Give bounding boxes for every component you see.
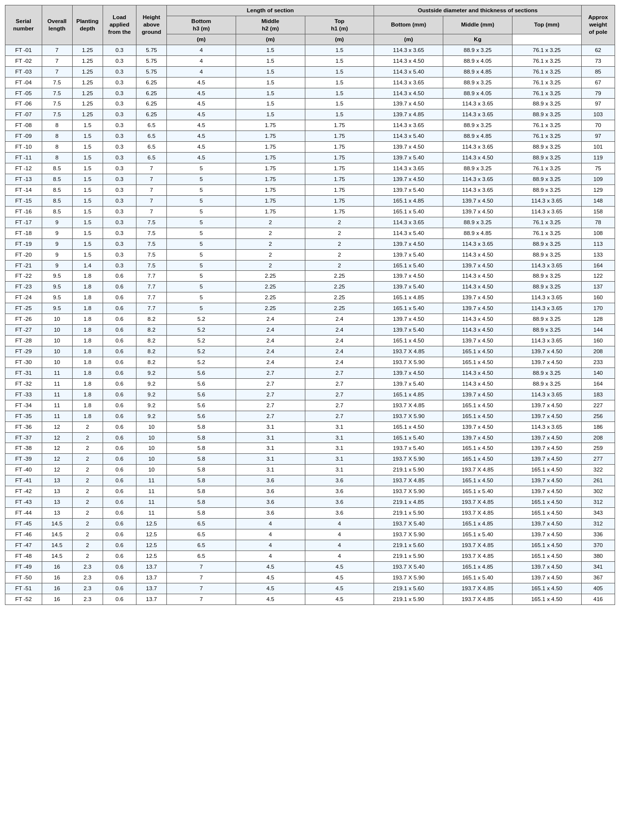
table-cell: 1.5: [72, 142, 103, 153]
table-cell: 2.7: [305, 378, 374, 389]
table-cell: 0.6: [103, 346, 136, 357]
table-cell: 13: [42, 475, 72, 486]
table-cell: 193.7 x 5.40: [374, 443, 443, 454]
table-row: FT -52162.30.613.774.54.5219.1 x 5.90193…: [5, 594, 615, 604]
table-cell: 336: [581, 529, 615, 540]
table-cell: 114.3 x 5.40: [374, 131, 443, 142]
table-cell: 193.7 X 4.85: [443, 540, 512, 551]
table-cell: 0.3: [103, 195, 136, 206]
table-row: FT -249.51.80.67.752.252.25165.1 x 4.851…: [5, 292, 615, 303]
table-cell: 2.7: [305, 389, 374, 400]
table-cell: 165.1 x 4.50: [443, 357, 512, 368]
table-cell: 8.2: [136, 357, 167, 368]
table-cell: 75: [581, 163, 615, 174]
table-cell: 6.5: [136, 153, 167, 163]
table-cell: 1.75: [236, 131, 305, 142]
table-cell: 2.4: [305, 346, 374, 357]
table-cell: 11: [136, 508, 167, 519]
table-cell: 343: [581, 508, 615, 519]
table-cell: 140: [581, 368, 615, 378]
table-cell: 139.7 x 4.50: [374, 314, 443, 325]
table-cell: 405: [581, 583, 615, 594]
table-cell: 193.7 X 5.40: [374, 561, 443, 572]
table-row: FT -401220.6105.83.13.1219.1 x 5.90193.7…: [5, 465, 615, 475]
table-cell: FT -03: [5, 66, 42, 77]
table-row: FT -4814.520.612.56.544219.1 x 5.90193.7…: [5, 551, 615, 561]
table-cell: 88.9 x 4.85: [443, 228, 512, 238]
table-cell: FT -10: [5, 142, 42, 153]
table-cell: 1.8: [72, 271, 103, 282]
table-cell: FT -35: [5, 411, 42, 421]
table-cell: 1.75: [305, 163, 374, 174]
table-cell: 88.9 x 3.25: [512, 314, 581, 325]
table-cell: 193.7 X 4.85: [443, 583, 512, 594]
table-cell: 2.4: [236, 314, 305, 325]
table-cell: 10: [136, 432, 167, 443]
table-row: FT -158.51.50.3751.751.75165.1 x 4.85139…: [5, 195, 615, 206]
table-cell: 1.5: [236, 66, 305, 77]
table-cell: 2: [72, 540, 103, 551]
table-cell: 9.2: [136, 368, 167, 378]
table-cell: 2.25: [236, 282, 305, 292]
table-cell: 1.75: [305, 195, 374, 206]
table-cell: 122: [581, 271, 615, 282]
table-cell: 114.3 x 3.65: [512, 292, 581, 303]
table-cell: 208: [581, 432, 615, 443]
table-cell: 4: [236, 540, 305, 551]
table-cell: 259: [581, 443, 615, 454]
table-cell: 165.1 x 4.50: [512, 540, 581, 551]
table-cell: 1.25: [72, 88, 103, 99]
table-cell: 160: [581, 292, 615, 303]
table-row: FT -047.51.250.36.254.51.51.5114.3 x 3.6…: [5, 77, 615, 88]
table-cell: 4.5: [305, 594, 374, 604]
table-cell: 137: [581, 282, 615, 292]
table-cell: 0.6: [103, 357, 136, 368]
table-row: FT -4514.520.612.56.544193.7 X 5.40165.1…: [5, 519, 615, 529]
table-cell: 9: [42, 228, 72, 238]
table-cell: 0.3: [103, 163, 136, 174]
table-cell: 5: [167, 217, 236, 228]
table-cell: 186: [581, 421, 615, 432]
table-cell: FT -36: [5, 421, 42, 432]
table-cell: 2.3: [72, 572, 103, 583]
table-cell: 4.5: [236, 583, 305, 594]
table-cell: 0.3: [103, 206, 136, 217]
table-cell: FT -04: [5, 77, 42, 88]
table-cell: 219.1 x 5.90: [374, 465, 443, 475]
table-cell: 88.9 x 4.05: [443, 55, 512, 66]
table-cell: 1.5: [72, 163, 103, 174]
table-cell: 9: [42, 238, 72, 249]
table-row: FT -1081.50.36.54.51.751.75139.7 x 4.501…: [5, 142, 615, 153]
table-cell: 4.5: [167, 88, 236, 99]
table-cell: FT -40: [5, 465, 42, 475]
table-cell: 165.1 x 4.85: [374, 292, 443, 303]
table-cell: 4: [305, 551, 374, 561]
table-cell: 0.6: [103, 465, 136, 475]
table-cell: 139.7 x 4.50: [374, 142, 443, 153]
table-cell: 7.5: [136, 249, 167, 260]
table-cell: 0.3: [103, 238, 136, 249]
header-planting: Plantingdepth: [72, 5, 103, 45]
table-cell: 0.6: [103, 336, 136, 346]
table-row: FT -50162.30.613.774.54.5193.7 X 5.90165…: [5, 572, 615, 583]
table-cell: FT -30: [5, 357, 42, 368]
table-row: FT -0171.250.35.7541.51.5114.3 x 3.6588.…: [5, 45, 615, 55]
table-cell: 88.9 x 3.25: [443, 120, 512, 131]
table-cell: 76.1 x 3.25: [512, 131, 581, 142]
table-cell: 1.75: [305, 174, 374, 185]
table-cell: 13: [42, 497, 72, 508]
table-cell: 1.8: [72, 400, 103, 411]
table-cell: 2.4: [236, 357, 305, 368]
table-cell: FT -45: [5, 519, 42, 529]
table-cell: FT -02: [5, 55, 42, 66]
table-cell: 165.1 x 4.50: [443, 346, 512, 357]
table-cell: FT -22: [5, 271, 42, 282]
table-cell: 2: [72, 486, 103, 497]
table-cell: 2.7: [236, 368, 305, 378]
table-cell: 133: [581, 249, 615, 260]
table-cell: 3.6: [305, 475, 374, 486]
table-cell: 16: [42, 583, 72, 594]
table-cell: 7: [42, 66, 72, 77]
table-cell: 4.5: [167, 77, 236, 88]
table-cell: 1.75: [236, 174, 305, 185]
